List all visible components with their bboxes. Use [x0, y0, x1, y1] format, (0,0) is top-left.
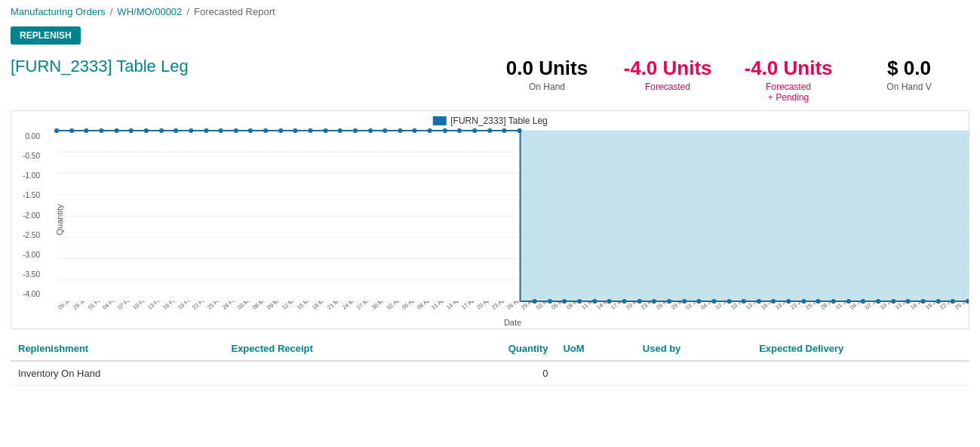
x-axis-title: Date [57, 318, 969, 327]
breadcrumb-current: Forecasted Report [194, 6, 275, 17]
svg-point-25 [293, 128, 297, 133]
col-expected-delivery: Expected Delivery [751, 337, 969, 361]
cell-uom [555, 361, 634, 386]
svg-point-16 [159, 128, 164, 133]
svg-point-35 [443, 128, 447, 133]
svg-point-9 [54, 128, 59, 133]
chart-svg: v-grid generated below via JS [57, 131, 969, 301]
replenishment-table: Replenishment Expected Receipt Quantity … [11, 337, 969, 386]
svg-point-33 [413, 128, 417, 133]
svg-point-32 [398, 128, 402, 133]
breadcrumb-sep2: / [186, 6, 189, 17]
svg-point-34 [428, 128, 432, 133]
stat-on-hand: 0.0 Units On Hand [487, 57, 607, 92]
svg-point-15 [144, 128, 149, 133]
y-tick-1: -0.50 [23, 152, 40, 160]
stat-on-hand-value-block: $ 0.0 On Hand V [849, 57, 969, 92]
stat-forecasted: -4.0 Units Forecasted [607, 57, 728, 92]
y-tick-7: -3.50 [23, 270, 40, 279]
svg-point-30 [368, 128, 373, 133]
header-stats: [FURN_2333] Table Leg 0.0 Units On Hand … [0, 52, 980, 103]
chart-fill-area [521, 131, 969, 301]
svg-point-23 [263, 128, 268, 133]
x-date-label: 25 Jul 2021 [954, 301, 969, 311]
svg-point-17 [174, 128, 178, 133]
breadcrumb: Manufacturing Orders / WH/MO/00002 / For… [0, 0, 980, 22]
y-tick-5: -2.50 [23, 231, 40, 239]
svg-point-26 [308, 128, 312, 133]
stat-forecasted-pending-label: Forecasted + Pending [736, 82, 841, 103]
y-tick-4: -2.00 [23, 211, 40, 220]
svg-point-24 [278, 128, 283, 133]
svg-point-19 [204, 128, 208, 133]
y-tick-6: -3.00 [23, 251, 40, 259]
cell-expected-receipt [223, 361, 435, 386]
stat-on-hand-dollar-label: On Hand V [856, 82, 962, 92]
stat-on-hand-label: On Hand [494, 82, 600, 92]
table-header-row: Replenishment Expected Receipt Quantity … [11, 337, 969, 361]
svg-point-28 [338, 128, 343, 133]
cell-replenishment: Inventory On Hand [11, 361, 223, 386]
col-expected-receipt: Expected Receipt [223, 337, 435, 361]
breadcrumb-mo[interactable]: WH/MO/00002 [117, 6, 182, 17]
col-used-by: Used by [635, 337, 751, 361]
col-uom: UoM [555, 337, 634, 361]
stat-forecasted-label: Forecasted [615, 82, 720, 92]
svg-point-10 [69, 128, 74, 133]
svg-point-37 [472, 128, 477, 133]
svg-point-27 [324, 128, 328, 133]
table-row: Inventory On Hand 0 [11, 361, 969, 386]
y-tick-3: -1.50 [23, 191, 40, 199]
svg-point-22 [248, 128, 253, 133]
svg-point-13 [115, 128, 119, 133]
svg-point-14 [129, 128, 134, 133]
y-tick-0: 0.00 [26, 132, 40, 140]
cell-used-by [635, 361, 751, 386]
stat-forecasted-value: -4.0 Units [615, 57, 720, 80]
col-quantity: Quantity [435, 337, 555, 361]
svg-point-29 [353, 128, 358, 133]
x-axis-labels: 26 Jan 202129 Jan 202101 Feb 202104 Feb … [57, 301, 969, 328]
cell-quantity: 0 [435, 361, 555, 386]
svg-point-18 [189, 128, 193, 133]
forecast-chart: [FURN_2333] Table Leg 0.00 -0.50 -1.00 -… [11, 110, 969, 329]
replenish-button[interactable]: REPLENISH [11, 26, 81, 45]
stat-forecasted-pending: -4.0 Units Forecasted + Pending [728, 57, 849, 103]
svg-point-36 [457, 128, 462, 133]
col-replenishment: Replenishment [11, 337, 223, 361]
cell-expected-delivery [751, 361, 969, 386]
y-tick-8: -4.00 [23, 290, 40, 298]
svg-point-12 [99, 128, 103, 133]
svg-point-31 [382, 128, 387, 133]
chart-body: Quantity v-grid generated below via JS [43, 111, 969, 328]
breadcrumb-manufacturing[interactable]: Manufacturing Orders [11, 6, 106, 17]
y-tick-2: -1.00 [23, 171, 40, 180]
svg-point-21 [234, 128, 238, 133]
svg-point-11 [84, 128, 88, 133]
stat-on-hand-value: 0.0 Units [494, 57, 600, 80]
stat-on-hand-dollar-value: $ 0.0 [856, 57, 962, 80]
svg-point-40 [518, 128, 522, 133]
svg-point-20 [219, 128, 223, 133]
chart-plot-area: v-grid generated below via JS [57, 131, 969, 301]
svg-point-38 [487, 128, 492, 133]
breadcrumb-sep1: / [110, 6, 113, 17]
svg-point-39 [502, 128, 506, 133]
y-axis: 0.00 -0.50 -1.00 -1.50 -2.00 -2.50 -3.00… [11, 111, 43, 328]
stat-forecasted-pending-value: -4.0 Units [736, 57, 841, 80]
product-title: [FURN_2333] Table Leg [11, 57, 487, 76]
